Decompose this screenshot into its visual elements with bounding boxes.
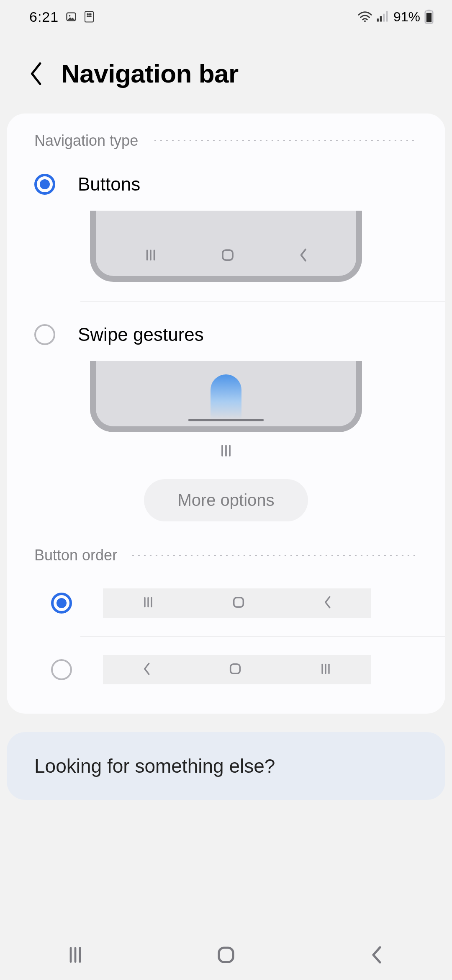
svg-rect-28 xyxy=(231,664,240,674)
system-nav-bar xyxy=(0,930,452,980)
nav-type-label: Navigation type xyxy=(34,132,151,150)
option-buttons[interactable]: Buttons xyxy=(7,166,445,202)
svg-point-4 xyxy=(89,14,90,15)
back-icon xyxy=(322,595,332,611)
divider-dots xyxy=(151,140,418,141)
signal-icon xyxy=(377,11,389,22)
battery-icon xyxy=(424,10,434,24)
radio-order-2[interactable] xyxy=(51,659,72,680)
back-icon xyxy=(298,248,308,264)
option-swipe-label: Swipe gestures xyxy=(78,324,204,345)
status-bar: 6:21 91% xyxy=(0,0,452,34)
back-icon xyxy=(141,662,152,678)
sys-recents-button[interactable] xyxy=(50,946,100,964)
recents-icon xyxy=(319,662,332,677)
svg-rect-13 xyxy=(386,11,388,22)
divider xyxy=(80,301,445,302)
sys-home-button[interactable] xyxy=(201,945,251,965)
button-order-label: Button order xyxy=(34,547,130,564)
option-buttons-label: Buttons xyxy=(78,174,140,195)
section-nav-type: Navigation type xyxy=(7,132,445,150)
order-bar-1 xyxy=(103,588,371,618)
svg-point-9 xyxy=(364,21,366,22)
preview-swipe: More options xyxy=(7,353,445,526)
svg-point-6 xyxy=(87,16,88,17)
svg-rect-27 xyxy=(234,598,244,607)
svg-rect-16 xyxy=(427,10,431,11)
svg-rect-10 xyxy=(377,18,379,21)
app-grid-icon xyxy=(84,10,95,23)
wifi-icon xyxy=(357,11,372,23)
order-option-1[interactable] xyxy=(7,581,445,625)
recents-icon xyxy=(144,248,158,264)
svg-rect-12 xyxy=(383,14,385,22)
gesture-bar xyxy=(188,419,264,421)
svg-rect-35 xyxy=(219,948,233,962)
header: Navigation bar xyxy=(0,34,452,113)
status-right: 91% xyxy=(357,9,434,25)
order-bar-2 xyxy=(103,655,371,684)
main-card: Navigation type Buttons xyxy=(7,113,445,714)
divider xyxy=(80,636,445,637)
tip-title: Looking for something else? xyxy=(34,755,418,777)
picture-icon xyxy=(65,11,77,23)
order-option-2[interactable] xyxy=(7,647,445,692)
svg-rect-15 xyxy=(426,13,431,22)
preview-buttons xyxy=(7,202,445,286)
radio-buttons[interactable] xyxy=(34,174,55,195)
recents-icon xyxy=(141,596,155,611)
radio-order-1[interactable] xyxy=(51,593,72,614)
svg-point-1 xyxy=(69,15,71,17)
status-left: 6:21 xyxy=(29,9,95,25)
radio-swipe[interactable] xyxy=(34,324,55,345)
svg-point-7 xyxy=(89,16,90,17)
gesture-swipe-indicator xyxy=(211,374,241,420)
home-icon xyxy=(228,662,242,678)
svg-point-8 xyxy=(90,16,91,17)
more-options-button[interactable]: More options xyxy=(144,479,308,521)
sys-back-button[interactable] xyxy=(352,945,402,965)
svg-rect-11 xyxy=(380,16,382,22)
battery-percent: 91% xyxy=(393,9,420,25)
divider-dots xyxy=(130,555,418,556)
section-button-order: Button order xyxy=(7,547,445,564)
svg-point-5 xyxy=(90,14,91,15)
home-icon xyxy=(220,248,235,264)
page-title: Navigation bar xyxy=(61,59,239,88)
svg-rect-20 xyxy=(223,250,233,260)
status-time: 6:21 xyxy=(29,9,59,25)
gesture-recents-icon xyxy=(218,443,234,458)
home-icon xyxy=(231,595,246,611)
tip-card[interactable]: Looking for something else? xyxy=(7,732,445,800)
svg-point-3 xyxy=(87,14,88,15)
option-swipe[interactable]: Swipe gestures xyxy=(7,317,445,353)
back-button[interactable] xyxy=(26,63,47,84)
